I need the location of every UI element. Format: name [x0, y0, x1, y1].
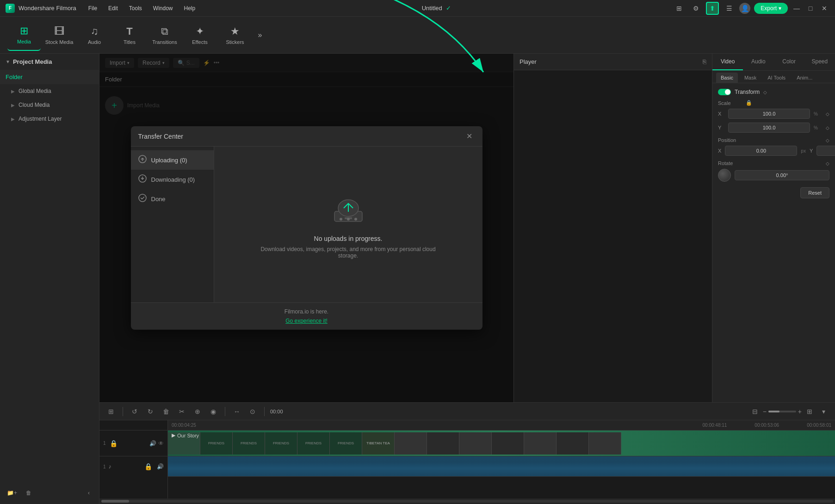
sidebar-item-cloud-media[interactable]: ▶ Cloud Media — [0, 98, 99, 112]
scale-x-input[interactable] — [728, 109, 810, 119]
upload-nav-icon — [138, 155, 147, 165]
toolbar-effects[interactable]: ✦ Effects — [183, 19, 216, 51]
toolbar-stickers-label: Stickers — [226, 39, 244, 45]
tab-speed[interactable]: Speed — [804, 54, 835, 70]
subtab-basic[interactable]: Basic — [716, 73, 738, 83]
tab-color[interactable]: Color — [774, 54, 804, 70]
left-panel: ▼ Project Media Folder ▶ Global Media ▶ … — [0, 54, 99, 504]
scale-y-input[interactable] — [728, 123, 810, 133]
zoom-plus[interactable]: + — [798, 408, 802, 415]
track1-eye-icon[interactable]: 👁 — [158, 440, 164, 447]
project-title: Untitled — [422, 5, 442, 12]
downloading-label: Downloading (0) — [151, 176, 195, 183]
maximize-button[interactable]: □ — [805, 3, 816, 13]
timeline-scrollbar — [99, 498, 835, 504]
toolbar-media[interactable]: ⊞ Media — [7, 19, 41, 51]
position-y-input[interactable] — [816, 146, 835, 156]
add-button[interactable]: ⊕ — [192, 406, 204, 418]
close-button[interactable]: ✕ — [819, 3, 829, 13]
delete-clip-button[interactable]: 🗑 — [160, 406, 172, 418]
thumb-13 — [557, 432, 589, 455]
modal-close-button[interactable]: ✕ — [464, 131, 475, 142]
layout-icon[interactable]: ⊞ — [673, 2, 686, 15]
magnet-button[interactable]: ⊙ — [247, 406, 259, 418]
sidebar-item-global-media[interactable]: ▶ Global Media — [0, 84, 99, 98]
toolbar-stock-media[interactable]: 🎞 Stock Media — [43, 19, 76, 51]
sidebar-item-adjustment-layer[interactable]: ▶ Adjustment Layer — [0, 112, 99, 126]
modal-nav-uploading[interactable]: Uploading (0) — [131, 150, 214, 170]
record-tl-button[interactable]: ◉ — [207, 406, 219, 418]
video-track-content: FRIENDS FRIENDS FRIENDS FRIENDS FRIENDS … — [168, 430, 835, 456]
redo-button[interactable]: ↻ — [144, 406, 156, 418]
cloud-upload-icon[interactable]: ⬆ — [706, 2, 719, 15]
adjustment-layer-label: Adjustment Layer — [19, 116, 62, 122]
modal-nav-done[interactable]: Done — [131, 189, 214, 209]
scene-button[interactable]: ⊞ — [105, 406, 117, 418]
scrollbar-thumb[interactable] — [101, 500, 129, 503]
reset-button[interactable]: Reset — [800, 187, 829, 198]
modal-nav-downloading[interactable]: Downloading (0) — [131, 170, 214, 189]
track1-audio-icon[interactable]: 🔊 — [149, 440, 156, 447]
track1-lock[interactable]: 🔒 — [108, 437, 120, 449]
track1-header: 1 🔒 🔊 👁 — [99, 430, 167, 456]
settings-icon[interactable]: ⚙ — [689, 2, 702, 15]
track2-volume-icon[interactable]: 🔊 — [157, 463, 164, 470]
stock-media-icon: 🎞 — [54, 25, 64, 37]
toolbar-titles[interactable]: T Titles — [113, 19, 146, 51]
undo-button[interactable]: ↺ — [129, 406, 141, 418]
toolbar-audio[interactable]: ♫ Audio — [78, 19, 111, 51]
tab-video[interactable]: Video — [712, 54, 743, 70]
menu-help[interactable]: Help — [179, 4, 200, 12]
grid-view-button[interactable]: ⊞ — [804, 406, 816, 418]
thumb-9 — [427, 432, 459, 455]
subtab-anim[interactable]: Anim... — [792, 73, 817, 83]
lock-icon[interactable]: 🔒 — [746, 100, 752, 106]
subtab-ai-tools[interactable]: AI Tools — [763, 73, 790, 83]
tab-audio[interactable]: Audio — [743, 54, 773, 70]
delete-button[interactable]: 🗑 — [22, 486, 35, 499]
profile-icon[interactable]: 👤 — [739, 3, 750, 14]
layout-toggle[interactable]: ⊟ — [749, 406, 761, 418]
track2-lock[interactable]: 🔒 — [142, 461, 154, 473]
player-icon: ⎘ — [703, 58, 706, 65]
scrollbar-track[interactable] — [101, 500, 833, 503]
export-button[interactable]: Export ▾ — [754, 3, 788, 14]
scale-y-keyframe: ◇ — [826, 125, 829, 130]
zoom-bar[interactable] — [768, 411, 796, 412]
minimize-button[interactable]: — — [792, 3, 802, 13]
folder-item[interactable]: Folder — [0, 70, 99, 84]
zoom-minus[interactable]: − — [763, 408, 767, 415]
rotate-dial[interactable] — [718, 169, 731, 182]
go-experience-link[interactable]: Go experience it! — [285, 318, 328, 324]
app-logo-letter: F — [9, 6, 12, 11]
toolbar-stickers[interactable]: ★ Stickers — [218, 19, 252, 51]
transform-toggle[interactable] — [718, 89, 731, 95]
position-x-input[interactable] — [725, 146, 797, 156]
menu-window[interactable]: Window — [148, 4, 178, 12]
toolbar-more[interactable]: » — [254, 29, 266, 42]
svg-point-5 — [139, 194, 146, 202]
track1-number: 1 — [103, 441, 106, 446]
video-track[interactable]: ▶ Our Story FRIENDS FRIENDS FRIENDS FRIE… — [168, 430, 835, 456]
hamburger-icon[interactable]: ☰ — [723, 2, 736, 15]
panel-collapse-button[interactable]: ‹ — [84, 486, 93, 499]
rotate-input[interactable] — [735, 170, 829, 180]
expand-button[interactable]: ▾ — [817, 406, 829, 418]
toolbar-effects-label: Effects — [192, 39, 207, 45]
menu-file[interactable]: File — [84, 4, 102, 12]
position-row: X px Y px — [718, 146, 829, 156]
rotate-keyframe: ◇ — [826, 161, 829, 166]
menu-edit[interactable]: Edit — [104, 4, 123, 12]
cut-button[interactable]: ✂ — [176, 406, 188, 418]
subtab-mask[interactable]: Mask — [740, 73, 761, 83]
main-layout: ▼ Project Media Folder ▶ Global Media ▶ … — [0, 54, 835, 504]
thumb-11 — [492, 432, 524, 455]
menu-tools[interactable]: Tools — [124, 4, 147, 12]
title-bar: F Wondershare Filmora File Edit Tools Wi… — [0, 0, 835, 17]
track1-info: 1 🔒 — [103, 437, 120, 449]
toolbar-transitions[interactable]: ⧉ Transitions — [148, 19, 181, 51]
ripple-edit-button[interactable]: ↔ — [231, 406, 243, 418]
audio-track[interactable] — [168, 456, 835, 477]
pos-x-label: X — [718, 148, 721, 154]
add-folder-button[interactable]: 📁+ — [6, 486, 19, 499]
